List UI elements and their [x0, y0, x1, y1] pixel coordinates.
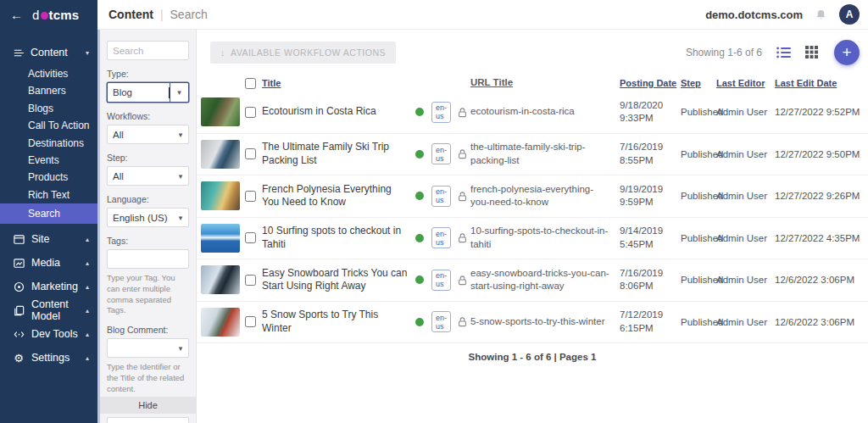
sidebar-item-content[interactable]: Content ▾ [0, 42, 97, 64]
sidebar-item-content-model[interactable]: Content Model ▴ [0, 298, 97, 322]
sidebar-item-rich-text[interactable]: Rich Text [0, 186, 97, 203]
list-view-icon[interactable] [776, 46, 791, 59]
row-thumbnail[interactable] [201, 308, 240, 337]
results-toolbar: ↓ AVAILABLE WORKFLOW ACTIONS Showing 1-6… [197, 30, 868, 75]
table-row[interactable]: Ecotourism in Costa Rica en-us ecotouris… [197, 92, 868, 134]
row-posting-date: 7/16/20198:55PM [618, 141, 677, 167]
back-arrow-icon[interactable]: ← [10, 8, 32, 22]
language-select[interactable]: English (US) ▾ [107, 208, 189, 227]
select-all-checkbox[interactable] [245, 78, 256, 89]
type-value[interactable]: Blog [108, 87, 168, 97]
type-combobox[interactable]: Blog ▾ [107, 82, 189, 103]
table-row[interactable]: The Ultimate Family Ski Trip Packing Lis… [197, 134, 868, 176]
user-avatar[interactable]: A [839, 4, 860, 25]
column-last-edit-date[interactable]: Last Edit Date [775, 78, 837, 88]
sidebar-item-settings[interactable]: ⚙ Settings ▴ [0, 346, 97, 370]
chevron-up-icon: ▴ [86, 236, 89, 243]
row-url-title: french-polynesia-everything-you-need-to-… [466, 183, 618, 209]
status-dot [415, 192, 424, 200]
row-posting-date: 7/12/20196:15PM [618, 309, 677, 335]
column-url-title[interactable]: URL Title [470, 77, 513, 87]
row-title[interactable]: 10 Surfing spots to checkout in Tahiti [262, 225, 409, 251]
row-checkbox[interactable] [245, 107, 256, 118]
content-submenu: Activities Banners Blogs Call To Action … [0, 65, 97, 224]
sidebar-item-label: Content [31, 47, 86, 58]
add-content-button[interactable]: + [834, 40, 860, 65]
row-checkbox[interactable] [245, 148, 256, 159]
sidebar-item-label: Site [31, 233, 86, 245]
row-title[interactable]: French Polynesia Everything You Need to … [262, 183, 409, 209]
workflows-select[interactable]: All ▾ [107, 125, 189, 144]
row-step: Published [677, 317, 713, 327]
results-count: Showing 1-6 of 6 [686, 47, 762, 58]
sidebar-item-dev-tools[interactable]: Dev Tools ▴ [0, 322, 97, 346]
row-checkbox[interactable] [245, 316, 256, 327]
blog-comment-label: Blog Comment: [107, 325, 188, 335]
search-input[interactable] [107, 41, 189, 60]
dotcms-logo: dtcms [32, 8, 79, 22]
table-row[interactable]: Easy Snowboard Tricks You can Start Usin… [197, 259, 868, 302]
sidebar-item-label: Dev Tools [31, 328, 86, 340]
row-thumbnail[interactable] [201, 224, 240, 253]
language-label: Language: [107, 194, 188, 204]
workflow-actions-button[interactable]: ↓ AVAILABLE WORKFLOW ACTIONS [210, 42, 396, 64]
row-title[interactable]: Ecotourism in Costa Rica [262, 105, 376, 119]
row-checkbox[interactable] [245, 191, 256, 202]
sidebar-item-call-to-action[interactable]: Call To Action [0, 117, 97, 134]
show-select[interactable]: All ▾ [107, 417, 189, 423]
row-step: Published [677, 275, 713, 285]
sidebar-item-search[interactable]: Search [0, 203, 97, 224]
table-row[interactable]: 10 Surfing spots to checkout in Tahiti e… [197, 218, 868, 260]
row-title[interactable]: 5 Snow Sports to Try This Winter [262, 309, 409, 335]
row-title[interactable]: Easy Snowboard Tricks You can Start Usin… [262, 267, 409, 293]
workflows-label: Workflows: [107, 111, 188, 121]
language-badge: en-us [431, 186, 451, 207]
search-filters-panel: Type: Blog ▾ Workflows: All ▾ Step: All … [97, 30, 197, 423]
row-url-title: 10-surfing-spots-to-checkout-in-tahiti [466, 225, 618, 251]
tags-input[interactable] [107, 249, 189, 269]
step-select[interactable]: All ▾ [107, 166, 189, 186]
sidebar-item-marketing[interactable]: Marketing ▴ [0, 275, 97, 298]
grid-view-icon[interactable] [805, 46, 820, 59]
sidebar-item-site[interactable]: Site ▴ [0, 227, 97, 251]
blog-comment-select[interactable]: ▾ [107, 338, 189, 358]
row-thumbnail[interactable] [201, 97, 240, 126]
column-last-editor[interactable]: Last Editor [716, 78, 765, 88]
sidebar-item-media[interactable]: Media ▴ [0, 251, 97, 275]
sidebar-item-activities[interactable]: Activities [0, 65, 97, 82]
caret-down-icon: ▾ [173, 172, 188, 181]
sidebar-item-events[interactable]: Events [0, 152, 97, 169]
row-last-edit-date: 12/27/2022 4:35PM [771, 233, 868, 243]
row-title[interactable]: The Ultimate Family Ski Trip Packing Lis… [262, 141, 409, 167]
row-last-editor: Admin User [713, 107, 771, 117]
dotcms-app: ← dtcms Content ▾ Activities Banners Blo… [0, 0, 868, 423]
notifications-bell-icon[interactable] [815, 8, 827, 21]
row-checkbox[interactable] [245, 275, 256, 286]
status-dot [415, 108, 424, 116]
caret-down-icon[interactable]: ▾ [170, 83, 188, 102]
caret-down-icon: ▾ [173, 131, 188, 139]
column-posting-date[interactable]: Posting Date [620, 78, 676, 88]
sidebar-item-destinations[interactable]: Destinations [0, 135, 97, 152]
step-value: All [108, 171, 173, 181]
tags-label: Tags: [107, 236, 188, 246]
row-checkbox[interactable] [245, 232, 256, 243]
column-title[interactable]: Title [262, 78, 281, 88]
sidebar-item-products[interactable]: Products [0, 169, 97, 186]
sidebar-item-banners[interactable]: Banners [0, 82, 97, 99]
table-row[interactable]: 5 Snow Sports to Try This Winter en-us 5… [197, 302, 868, 344]
row-url-title: 5-snow-sports-to-try-this-winter [466, 315, 618, 329]
row-posting-date: 9/14/20195:45PM [618, 225, 677, 251]
main-sidebar: ← dtcms Content ▾ Activities Banners Blo… [0, 0, 97, 423]
sidebar-item-blogs[interactable]: Blogs [0, 100, 97, 117]
row-thumbnail[interactable] [201, 265, 240, 294]
site-selector[interactable]: demo.dotcms.com [705, 8, 803, 21]
row-last-editor: Admin User [713, 191, 771, 201]
table-header: Title URL Title Posting Date Step Last E… [197, 75, 868, 92]
logo-dot-icon [41, 12, 48, 19]
column-step[interactable]: Step [681, 78, 701, 88]
row-thumbnail[interactable] [201, 140, 240, 169]
table-row[interactable]: French Polynesia Everything You Need to … [197, 175, 868, 218]
hide-panel-button[interactable]: Hide [100, 397, 196, 414]
row-thumbnail[interactable] [201, 181, 240, 210]
